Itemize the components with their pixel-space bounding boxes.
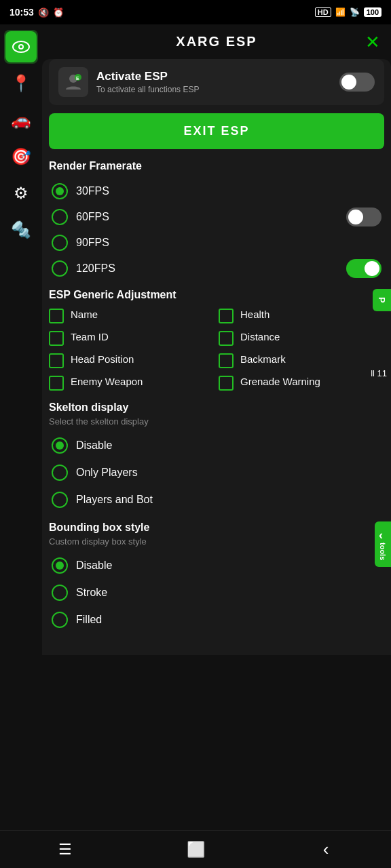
activate-esp-toggle[interactable] [339,73,375,92]
skelton-label-players-bot: Players and Bot [76,494,153,506]
fps-radio-30[interactable] [52,183,68,199]
fps-label-60: 60FPS [76,211,109,223]
bounding-radio-group: Disable Stroke Filled [49,553,384,632]
render-framerate-section: Render Framerate 30FPS 60FPS 90FPS 120FP… [49,160,384,282]
render-framerate-title: Render Framerate [49,160,384,172]
bounding-radio-filled[interactable] [52,612,68,628]
bounding-radio-disable[interactable] [52,557,68,574]
gear-icon: ⚙ [14,184,29,203]
sidebar-item-tools[interactable]: 🔩 [4,213,38,247]
bottom-nav-back[interactable]: ‹ [305,836,346,863]
checkbox-box-enemy-weapon[interactable] [49,376,64,391]
signal-icon: 📶 [335,7,346,17]
checkbox-label-grenade-warning: Grenade Warning [240,375,320,389]
checkbox-grenade-warning[interactable]: Grenade Warning [219,375,384,391]
fps-120-toggle[interactable] [346,259,381,278]
tools-panel-tab[interactable]: ‹ tools [375,521,391,567]
checkbox-head-position[interactable]: Head Position [49,353,215,368]
checkbox-box-backmark[interactable] [219,353,234,368]
sidebar-item-esp[interactable] [4,30,38,64]
checkbox-teamid[interactable]: Team ID [49,330,215,346]
exit-esp-button[interactable]: EXIT ESP [49,113,384,149]
bounding-label-filled: Filled [76,614,102,626]
checkbox-box-name[interactable] [49,309,64,323]
bounding-box-section: Bounding box style Custom display box st… [49,521,384,632]
bottom-nav-home[interactable]: ⬜ [175,836,216,863]
skelton-radio-players[interactable] [52,465,68,481]
bounding-option-disable[interactable]: Disable [49,553,384,578]
alarm-icon: ⏰ [53,7,64,18]
battery-indicator: 100 [364,7,381,17]
skelton-radio-players-bot[interactable] [52,492,68,508]
menu-icon: ☰ [58,841,72,859]
sidebar-item-vehicle[interactable]: 🚗 [4,103,38,137]
svg-point-2 [20,45,22,48]
fps-label-120: 120FPS [76,262,115,275]
checkbox-label-health: Health [240,308,269,321]
checkbox-enemy-weapon[interactable]: Enemy Weapon [49,375,215,391]
esp-avatar-icon: E [58,67,88,97]
right-panel-tab[interactable]: P [373,289,391,311]
eye-icon [5,31,37,62]
checkbox-backmark[interactable]: Backmark [219,353,384,368]
page-title: XARG ESP [176,34,257,50]
checkbox-label-distance: Distance [240,330,280,344]
bounding-option-stroke[interactable]: Stroke [49,580,384,605]
sidebar: 📍 🚗 🎯 ⚙ 🔩 [0,24,42,830]
checkbox-box-health[interactable] [219,309,234,323]
fps-label-90: 90FPS [76,237,109,249]
bounding-option-filled[interactable]: Filled [49,608,384,632]
fps-option-30[interactable]: 30FPS [49,179,384,203]
status-left: 10:53 🔇 ⏰ [10,7,64,18]
skelton-option-players-bot[interactable]: Players and Bot [49,488,384,512]
esp-card-text: Activate ESP To activate all functions E… [96,70,331,94]
sidebar-item-aim[interactable]: 🎯 [4,140,38,174]
content-area: E Activate ESP To activate all functions… [42,59,391,655]
skelton-option-players[interactable]: Only Players [49,460,384,485]
skelton-subtitle: Select the skelton display [49,416,384,427]
fps-label-30: 30FPS [76,185,109,197]
checkbox-label-enemy-weapon: Enemy Weapon [71,375,143,389]
sidebar-item-location[interactable]: 📍 [4,66,38,100]
checkbox-box-teamid[interactable] [49,331,64,346]
activate-esp-card: E Activate ESP To activate all functions… [49,59,384,105]
checkbox-health[interactable]: Health [219,308,384,323]
checkbox-label-head-position: Head Position [71,353,134,366]
svg-text:E: E [76,76,79,81]
bounding-radio-stroke[interactable] [52,585,68,601]
checkbox-box-grenade-warning[interactable] [219,376,234,391]
fps-radio-120[interactable] [52,260,68,277]
back-icon: ‹ [323,839,329,860]
fps-radio-90[interactable] [52,235,68,251]
location-icon: 📍 [11,74,31,93]
status-time: 10:53 [10,7,34,18]
close-button[interactable]: ✕ [365,33,380,51]
fps-60-toggle[interactable] [346,208,381,226]
skelton-radio-disable[interactable] [52,437,68,454]
fps-option-60[interactable]: 60FPS [49,203,384,231]
bounding-label-stroke: Stroke [76,587,107,599]
status-bar: 10:53 🔇 ⏰ HD 📶 📡 100 [0,0,391,24]
skelton-label-disable: Disable [76,439,112,452]
skelton-option-disable[interactable]: Disable [49,433,384,458]
checkbox-box-head-position[interactable] [49,353,64,368]
main-panel: XARG ESP ✕ E Activate ESP To activate al… [42,24,391,830]
checkbox-label-backmark: Backmark [240,353,286,366]
checkbox-box-distance[interactable] [219,331,234,346]
checkbox-distance[interactable]: Distance [219,330,384,346]
header: XARG ESP ✕ [42,24,391,59]
skelton-radio-group: Disable Only Players Players and Bot [49,433,384,512]
home-icon: ⬜ [187,841,205,859]
fps-option-120[interactable]: 120FPS [49,255,384,282]
fps-option-90[interactable]: 90FPS [49,231,384,255]
right-panel-number: ll 11 [367,366,391,381]
sidebar-item-settings[interactable]: ⚙ [4,176,38,210]
bottom-nav-menu[interactable]: ☰ [45,836,86,863]
esp-card-subtitle: To activate all functions ESP [96,85,331,94]
checkbox-label-name: Name [71,308,98,321]
checkbox-name[interactable]: Name [49,308,215,323]
fps-radio-60[interactable] [52,209,68,225]
target-icon: 🎯 [11,147,31,166]
chip-icon: 🔩 [11,220,31,239]
esp-checkbox-grid: Name Health Team ID Distance [49,308,384,391]
